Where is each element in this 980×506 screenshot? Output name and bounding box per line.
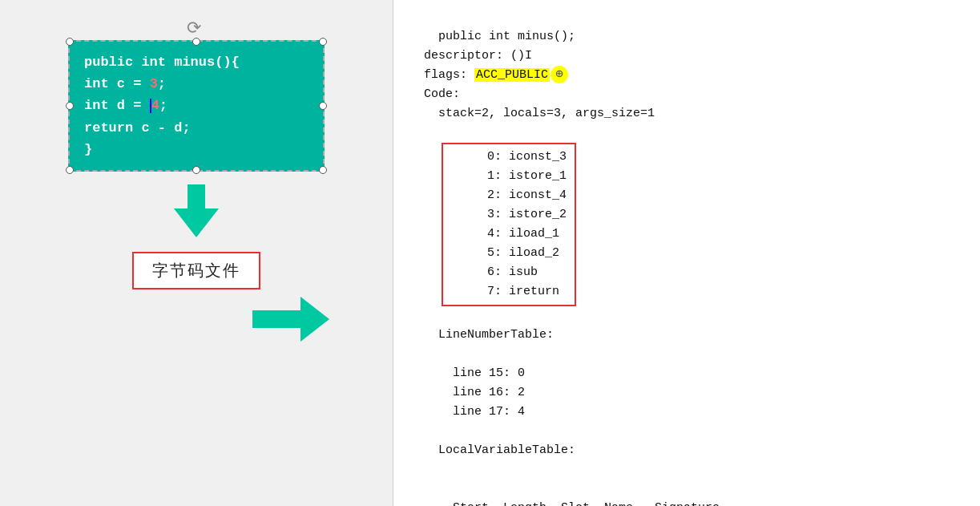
handle-tl bbox=[66, 38, 74, 46]
source-code-text: public int minus(){ int c = 3; int d = 4… bbox=[84, 51, 309, 160]
lnt-line: line 16: 2 bbox=[409, 383, 964, 403]
instruction-line: 3: istore_2 bbox=[451, 205, 567, 225]
handle-ml bbox=[66, 102, 74, 110]
descriptor-line: descriptor: ()I bbox=[409, 49, 532, 63]
arrow-head-down bbox=[174, 208, 219, 237]
method-header: public int minus(); bbox=[438, 30, 575, 43]
code-line-2: int c = 3; bbox=[84, 73, 309, 95]
right-arrow bbox=[252, 297, 329, 342]
down-arrow bbox=[174, 184, 219, 237]
handle-tm bbox=[192, 38, 200, 46]
cursor-icon: ⊕ bbox=[550, 66, 568, 83]
lnt-line: line 15: 0 bbox=[409, 364, 964, 383]
code-line-1: public int minus(){ bbox=[84, 51, 309, 73]
java-source-code-box: ⟳ public int minus(){ int c = 3; int d =… bbox=[68, 40, 325, 172]
arrow-shaft-vertical bbox=[188, 184, 205, 208]
instructions-list: 0: iconst_3 1: istore_1 2: iconst_4 3: i… bbox=[451, 148, 567, 302]
instructions-container: 0: iconst_3 1: istore_1 2: iconst_4 3: i… bbox=[442, 143, 576, 306]
arrow-head-right bbox=[300, 297, 329, 342]
bytecode-file-box: 字节码文件 bbox=[132, 252, 260, 289]
code-label: Code: bbox=[409, 87, 460, 101]
handle-br bbox=[319, 166, 327, 174]
refresh-icon: ⟳ bbox=[187, 18, 201, 39]
instruction-line: 7: ireturn bbox=[451, 282, 567, 302]
code-line-3: int d = 4; bbox=[84, 95, 309, 116]
instruction-line: 1: istore_1 bbox=[451, 167, 567, 186]
code-line-4: return c - d; bbox=[84, 117, 309, 139]
arrow-right-shape bbox=[252, 297, 329, 342]
left-panel: ⟳ public int minus(){ int c = 3; int d =… bbox=[0, 0, 393, 506]
bytecode-label: 字节码文件 bbox=[152, 261, 240, 279]
instruction-line: 4: iload_1 bbox=[451, 225, 567, 244]
handle-mr bbox=[319, 102, 327, 110]
code-line-5: } bbox=[84, 139, 309, 160]
handle-bm bbox=[192, 166, 200, 174]
right-panel: public int minus(); descriptor: ()I flag… bbox=[393, 0, 980, 506]
instruction-line: 2: iconst_4 bbox=[451, 186, 567, 205]
local-variable-table: LocalVariableTable: bbox=[409, 422, 964, 480]
instruction-line: 5: iload_2 bbox=[451, 244, 567, 263]
lvt-header: Start Length Slot Name Signature bbox=[409, 480, 964, 506]
flags-value: ACC_PUBLIC bbox=[474, 68, 550, 82]
instruction-line: 0: iconst_3 bbox=[451, 148, 567, 167]
bytecode-display: public int minus(); descriptor: ()I flag… bbox=[409, 8, 964, 143]
instruction-line: 6: isub bbox=[451, 263, 567, 282]
flags-line: flags: ACC_PUBLIC⊕ bbox=[409, 68, 569, 82]
line-number-table: LineNumberTable: bbox=[409, 306, 964, 364]
handle-tr bbox=[319, 38, 327, 46]
handle-bl bbox=[66, 166, 74, 174]
arrow-shaft-horizontal bbox=[252, 310, 300, 328]
instructions-box: 0: iconst_3 1: istore_1 2: iconst_4 3: i… bbox=[442, 143, 576, 306]
stack-line: stack=2, locals=3, args_size=1 bbox=[409, 107, 655, 120]
lnt-lines: line 15: 0 line 16: 2 line 17: 4 bbox=[409, 364, 964, 422]
lnt-line: line 17: 4 bbox=[409, 403, 964, 422]
